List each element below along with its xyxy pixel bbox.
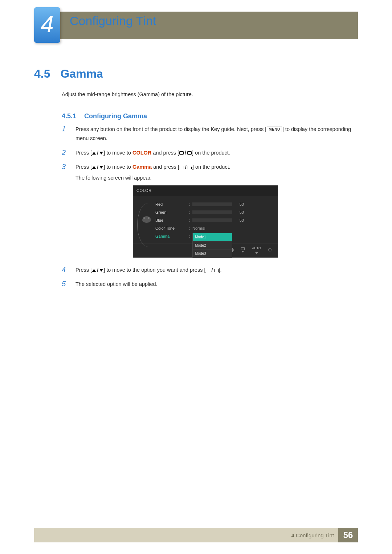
enter-icon <box>206 269 210 272</box>
steps-list: 1 Press any button on the front of the p… <box>62 125 357 294</box>
step-text: Press [/] to move to Gamma and press [/]… <box>75 163 278 262</box>
text: ] to move to the option you want and pre… <box>103 267 205 273</box>
slash: / <box>185 150 186 156</box>
step-number: 5 <box>62 280 69 290</box>
osd-label: Gamma <box>155 233 187 240</box>
down-arrow-icon <box>99 152 103 155</box>
footer-page-number: 56 <box>338 528 358 542</box>
osd-slider <box>192 210 232 214</box>
step-3: 3 Press [/] to move to Gamma and press [… <box>62 163 357 262</box>
slash: / <box>97 164 98 170</box>
osd-option-mode2: Mode2 <box>193 242 232 250</box>
text: ] to move to <box>103 150 132 156</box>
step-number: 2 <box>62 148 69 159</box>
footer-band: 4 Configuring Tint 56 <box>34 528 358 542</box>
step-subtext: The following screen will appear. <box>75 173 278 182</box>
osd-row-colortone: Color Tone : Normal <box>155 224 273 232</box>
slash: / <box>211 267 213 273</box>
osd-nav-auto: AUTO <box>252 246 261 254</box>
enter-icon <box>180 166 184 169</box>
osd-value: 50 <box>235 209 244 216</box>
slash: / <box>185 164 187 170</box>
osd-label: Green <box>155 209 187 216</box>
keyword-gamma: Gamma <box>132 164 152 170</box>
text: and press [ <box>152 164 179 170</box>
text: The selected option will be applied. <box>75 280 158 289</box>
text: ] on the product. <box>192 150 230 156</box>
osd-row-red: Red : 50 <box>155 200 273 208</box>
footer-label: 4 Configuring Tint <box>291 532 334 538</box>
text: Press [ <box>75 267 92 273</box>
step-number: 3 <box>62 163 69 262</box>
step-number: 1 <box>62 125 69 145</box>
osd-gamma-dropdown: Mode1 Mode2 Mode3 <box>192 233 232 258</box>
text: Press any button on the front of the pro… <box>75 126 266 132</box>
osd-slider <box>192 218 232 222</box>
colon: : <box>187 217 192 224</box>
auto-label: AUTO <box>252 246 261 251</box>
text: ]. <box>219 267 222 273</box>
step-number: 4 <box>62 266 69 276</box>
step-4: 4 Press [/] to move to the option you wa… <box>62 266 357 276</box>
section-number: 4.5 <box>34 67 50 81</box>
text: Press [ <box>75 164 92 170</box>
colon: : <box>187 209 192 216</box>
subsection-number: 4.5.1 <box>62 112 76 120</box>
step-text: Press [/] to move to COLOR and press [/]… <box>75 148 230 159</box>
subsection-name: Configuring Gamma <box>84 112 147 120</box>
step-text: The selected option will be applied. <box>75 280 158 290</box>
osd-option-mode3: Mode3 <box>193 250 232 258</box>
section-name: Gamma <box>60 67 103 81</box>
slash: / <box>97 267 98 273</box>
osd-nav-enter <box>241 247 245 253</box>
text: ] to move to <box>103 164 132 170</box>
enter-icon <box>241 247 245 250</box>
menu-key-icon: MENU <box>267 127 282 132</box>
colon: : <box>187 225 192 232</box>
source-icon <box>188 166 192 169</box>
power-icon <box>268 248 271 251</box>
section-heading: 4.5 Gamma <box>34 67 103 81</box>
up-arrow-icon <box>92 269 96 272</box>
osd-title: COLOR <box>133 185 278 196</box>
source-icon <box>187 151 192 155</box>
osd-slider <box>192 202 232 206</box>
down-arrow-icon <box>255 252 258 254</box>
osd-row-blue: Blue : 50 <box>155 216 273 224</box>
osd-nav-power <box>268 248 271 251</box>
subsection-heading: 4.5.1 Configuring Gamma <box>62 112 147 120</box>
step-text: Press [/] to move to the option you want… <box>75 266 222 276</box>
down-arrow-icon <box>99 166 103 169</box>
down-arrow-icon <box>99 269 103 272</box>
step-5: 5 The selected option will be applied. <box>62 280 357 290</box>
palette-icon <box>142 216 151 223</box>
osd-value: 50 <box>235 217 244 224</box>
osd-option-mode1: Mode1 <box>193 233 232 242</box>
enter-icon <box>179 151 184 155</box>
osd-label: Color Tone <box>155 225 187 232</box>
osd-value: 50 <box>235 201 244 208</box>
osd-panel: COLOR Red : 50 <box>133 185 278 258</box>
keyword-color: COLOR <box>132 150 151 156</box>
section-intro: Adjust the mid-range brightness (Gamma) … <box>62 91 193 97</box>
chapter-number-badge: 4 <box>34 7 60 43</box>
text: ] on the product. <box>192 164 230 170</box>
osd-label: Red <box>155 201 187 208</box>
text: and press [ <box>151 150 179 156</box>
colon: : <box>187 233 192 240</box>
down-arrow-icon <box>241 251 244 253</box>
osd-row-green: Green : 50 <box>155 208 273 216</box>
up-arrow-icon <box>92 152 96 155</box>
source-icon <box>214 269 219 272</box>
osd-label: Blue <box>155 217 187 224</box>
colon: : <box>187 201 192 208</box>
step-1: 1 Press any button on the front of the p… <box>62 125 357 145</box>
up-arrow-icon <box>92 166 96 169</box>
osd-value: Normal <box>192 225 205 232</box>
slash: / <box>97 150 98 156</box>
step-text: Press any button on the front of the pro… <box>75 125 357 145</box>
step-2: 2 Press [/] to move to COLOR and press [… <box>62 148 357 159</box>
text: Press [ <box>75 150 92 156</box>
chapter-title: Configuring Tint <box>70 14 156 28</box>
